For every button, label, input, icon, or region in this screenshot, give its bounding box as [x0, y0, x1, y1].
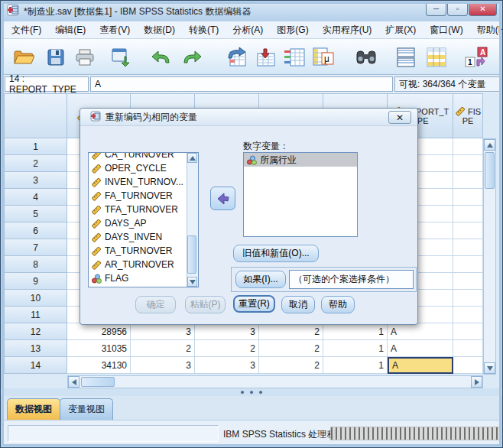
data-cell[interactable]: A	[388, 357, 453, 374]
data-cell[interactable]: 3	[195, 323, 259, 340]
data-cell[interactable]	[453, 273, 483, 290]
data-cell[interactable]: A	[388, 323, 453, 340]
source-variable-inven_turnov[interactable]: INVEN_TURNOV...	[89, 175, 198, 189]
title-bar[interactable]: *制造业.sav [数据集1] - IBM SPSS Statistics 数据…	[2, 2, 501, 21]
menu-h[interactable]: 帮助(H)	[470, 21, 503, 39]
list-scroll-up-icon[interactable]	[187, 153, 197, 163]
transfer-variable-button[interactable]	[210, 187, 235, 210]
data-cell[interactable]	[453, 222, 483, 239]
undo-icon[interactable]	[148, 44, 174, 70]
scroll-left-icon[interactable]	[68, 376, 80, 388]
dialog-close-icon[interactable]: ✕	[388, 111, 411, 124]
data-cell[interactable]: 28956	[67, 323, 131, 340]
source-variable-ar_turnover[interactable]: AR_TURNOVER	[89, 258, 198, 271]
data-cell[interactable]: 2	[195, 340, 259, 357]
data-cell[interactable]	[453, 290, 483, 307]
data-cell[interactable]: 3	[131, 323, 195, 340]
menu-v[interactable]: 查看(V)	[92, 21, 137, 39]
data-cell[interactable]	[453, 239, 483, 256]
goto-variable-icon[interactable]	[252, 44, 278, 70]
data-cell[interactable]: 1	[323, 357, 388, 374]
data-cell[interactable]	[453, 256, 483, 273]
row-header-3[interactable]: 3	[4, 172, 67, 189]
data-cell[interactable]: 2	[259, 340, 323, 357]
split-file-icon[interactable]	[393, 44, 419, 70]
row-header-9[interactable]: 9	[4, 273, 67, 290]
vertical-scrollbar[interactable]	[483, 138, 496, 375]
minimize-button[interactable]: ─	[426, 2, 446, 16]
row-header-13[interactable]: 13	[4, 340, 67, 357]
source-variable-fa_turnover[interactable]: FA_TURNOVER	[89, 189, 198, 203]
source-variable-ta_turnover[interactable]: TA_TURNOVER	[89, 244, 198, 258]
horizontal-scrollbar[interactable]	[67, 375, 483, 388]
data-cell[interactable]	[453, 206, 483, 222]
table-style-icon[interactable]	[423, 44, 449, 70]
data-cell[interactable]: 34130	[67, 357, 131, 374]
data-cell[interactable]: 2	[131, 340, 195, 357]
data-cell[interactable]	[453, 189, 483, 206]
cancel-button[interactable]: 取消	[281, 296, 315, 313]
variables-icon[interactable]	[281, 44, 307, 70]
data-cell[interactable]: A	[388, 340, 453, 357]
menu-x[interactable]: 扩展(X)	[378, 21, 423, 39]
column-header-fis[interactable]: FISPE	[453, 93, 483, 138]
menu-t[interactable]: 转换(T)	[182, 21, 226, 39]
help-button[interactable]: 帮助	[321, 296, 355, 313]
variable-info-icon[interactable]: μ	[310, 44, 336, 70]
paste-button[interactable]: 粘贴(P)	[185, 296, 226, 313]
data-cell[interactable]	[453, 138, 483, 155]
close-button[interactable]: ✕	[469, 2, 497, 16]
print-icon[interactable]	[72, 44, 98, 70]
source-variable-tfa_turnover[interactable]: TFA_TURNOVER	[89, 203, 198, 216]
dialog-title-bar[interactable]: 重新编码为相同的变量 ✕	[80, 109, 417, 126]
old-and-new-values-button[interactable]: 旧值和新值(O)...	[233, 245, 319, 262]
data-cell[interactable]: 1	[323, 323, 388, 340]
row-header-7[interactable]: 7	[4, 239, 67, 256]
data-cell[interactable]	[453, 357, 483, 374]
tab-variable-view[interactable]: 变量视图	[60, 398, 113, 420]
vertical-scroll-thumb[interactable]	[485, 152, 495, 189]
source-variable-oper_cycle[interactable]: OPER_CYCLE	[89, 161, 198, 175]
source-list-scrollbar[interactable]	[187, 153, 198, 287]
if-button[interactable]: 如果(I)...	[235, 271, 286, 288]
row-header-10[interactable]: 10	[4, 290, 67, 307]
ok-button[interactable]: 确定	[135, 296, 176, 313]
menu-w[interactable]: 窗口(W)	[423, 21, 469, 39]
source-variable-days_inven[interactable]: DAYS_INVEN	[89, 230, 198, 244]
source-variable-list[interactable]: CA_TURNOVEROPER_CYCLEINVEN_TURNOV...FA_T…	[88, 152, 199, 287]
row-header-4[interactable]: 4	[4, 189, 67, 206]
save-icon[interactable]	[43, 44, 69, 70]
source-variable-flag[interactable]: FLAG	[89, 271, 198, 285]
data-cell[interactable]: 2	[259, 323, 323, 340]
grid-corner-cell[interactable]	[4, 93, 67, 138]
row-header-12[interactable]: 12	[4, 323, 67, 340]
row-header-14[interactable]: 14	[4, 357, 67, 374]
goto-case-icon[interactable]	[223, 44, 249, 70]
source-variable-ca_turnover[interactable]: CA_TURNOVER	[89, 152, 198, 161]
menu-u[interactable]: 实用程序(U)	[316, 21, 379, 39]
row-header-6[interactable]: 6	[4, 222, 67, 239]
list-scroll-thumb[interactable]	[187, 235, 196, 274]
value-labels-icon[interactable]: A1	[463, 44, 489, 70]
row-header-5[interactable]: 5	[4, 206, 67, 222]
open-icon[interactable]	[11, 44, 37, 70]
source-variable-days_ap[interactable]: DAYS_AP	[89, 216, 198, 230]
menu-e[interactable]: 编辑(E)	[48, 21, 92, 39]
horizontal-scroll-thumb[interactable]	[81, 377, 115, 387]
data-cell[interactable]: 2	[259, 357, 323, 374]
data-cell[interactable]: 3	[195, 357, 259, 374]
find-icon[interactable]	[353, 44, 379, 70]
data-cell[interactable]: 31035	[67, 340, 131, 357]
scroll-down-icon[interactable]	[484, 362, 495, 374]
reset-button[interactable]: 重置(R)	[233, 295, 275, 313]
row-header-1[interactable]: 1	[4, 138, 67, 155]
menu-d[interactable]: 数据(D)	[137, 21, 182, 39]
data-cell[interactable]: 3	[131, 357, 195, 374]
data-cell[interactable]: 1	[323, 340, 388, 357]
menu-f[interactable]: 文件(F)	[5, 21, 48, 39]
cell-value-field[interactable]: A	[90, 76, 393, 92]
list-scroll-down-icon[interactable]	[187, 277, 197, 287]
menu-a[interactable]: 分析(A)	[226, 21, 270, 39]
pane-splitter[interactable]: ● ● ●	[1, 388, 503, 396]
menu-g[interactable]: 图形(G)	[270, 21, 315, 39]
